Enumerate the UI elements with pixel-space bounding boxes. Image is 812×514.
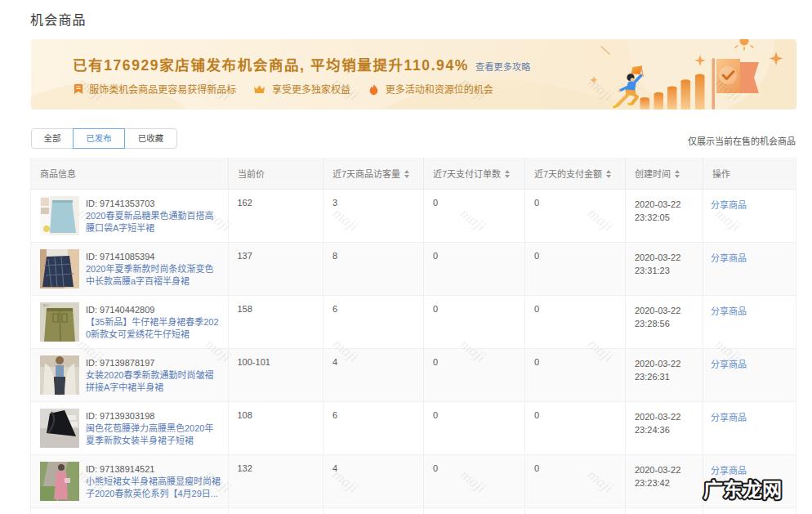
- svg-text:广东龙网: 广东龙网: [703, 479, 782, 501]
- svg-text:JDC: JDC: [42, 303, 49, 307]
